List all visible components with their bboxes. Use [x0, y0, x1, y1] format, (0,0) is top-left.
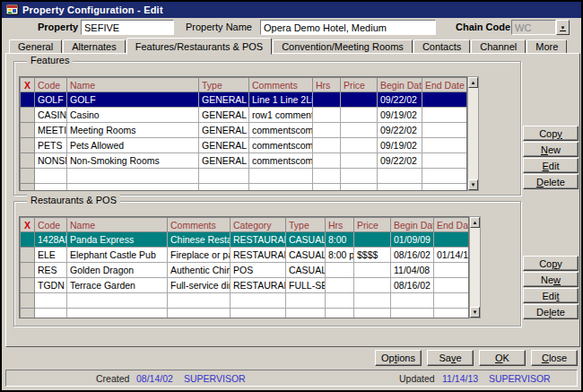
cell[interactable] — [391, 309, 434, 319]
cell[interactable]: Elephant Castle Pub — [67, 248, 168, 263]
options-button[interactable]: Options — [375, 350, 422, 366]
scroll-up-icon[interactable]: ▲ — [468, 77, 478, 88]
cell[interactable] — [326, 278, 354, 293]
cell[interactable] — [354, 232, 391, 248]
cell[interactable] — [168, 309, 231, 319]
tab-general[interactable]: General — [9, 39, 62, 54]
cell[interactable] — [313, 153, 341, 169]
cell[interactable] — [341, 138, 378, 153]
cell[interactable] — [422, 92, 467, 108]
cell[interactable]: Chinese Restau — [168, 232, 231, 248]
table-row[interactable]: GOLFGOLFGENERALLine 1 Line 2Line09/22/02 — [21, 92, 467, 108]
cell[interactable] — [35, 293, 67, 309]
cell[interactable] — [434, 232, 470, 248]
cell[interactable] — [341, 184, 378, 192]
cell[interactable]: CASUAL — [286, 232, 326, 248]
cell[interactable]: GENERAL — [199, 153, 249, 169]
ok-button[interactable]: OK — [479, 350, 526, 366]
row-indicator[interactable] — [21, 138, 35, 153]
cell[interactable] — [313, 169, 341, 184]
cell[interactable]: CASINO — [35, 108, 67, 123]
cell[interactable]: CASUAL — [286, 263, 326, 278]
cell[interactable] — [391, 293, 434, 309]
scroll-down-icon[interactable]: ▼ — [468, 179, 478, 190]
cell[interactable] — [422, 184, 467, 192]
table-row[interactable] — [21, 293, 470, 309]
close-button[interactable]: Close — [531, 350, 578, 366]
cell[interactable] — [422, 138, 467, 153]
cell[interactable]: 09/22/02 — [378, 153, 422, 169]
property-input[interactable] — [81, 20, 174, 35]
cell[interactable]: Non-Smoking Rooms — [67, 153, 199, 169]
cell[interactable]: MEETING — [35, 123, 67, 138]
cell[interactable] — [341, 108, 378, 123]
cell[interactable] — [354, 263, 391, 278]
table-row[interactable]: NONSMKNon-Smoking RoomsGENERALcommentsco… — [21, 153, 467, 169]
cell[interactable]: 11/04/08 — [391, 263, 434, 278]
table-row[interactable] — [21, 169, 467, 184]
property-name-input[interactable] — [260, 20, 436, 35]
cell[interactable]: Authentic Chines — [168, 263, 231, 278]
cell[interactable] — [326, 293, 354, 309]
cell[interactable]: FULL-SER — [286, 278, 326, 293]
cell[interactable]: RESTAURANT — [231, 248, 286, 263]
restaurants-scrollbar[interactable]: ▲ ▼ — [469, 216, 481, 318]
cell[interactable]: CASUAL D — [286, 248, 326, 263]
cell[interactable]: NONSMK — [35, 153, 67, 169]
cell[interactable] — [286, 293, 326, 309]
cell[interactable] — [341, 92, 378, 108]
cell[interactable]: GENERAL — [199, 92, 249, 108]
features-copy-button[interactable]: Copy — [523, 126, 579, 141]
tab-features-restaurants-pos[interactable]: Features/Restaurants & POS — [126, 38, 272, 55]
cell[interactable]: GENERAL — [199, 108, 249, 123]
row-indicator[interactable] — [21, 263, 35, 278]
cell[interactable] — [434, 309, 470, 319]
cell[interactable]: 08/16/02 — [391, 248, 434, 263]
tab-alternates[interactable]: Alternates — [63, 39, 126, 54]
row-indicator[interactable] — [21, 278, 35, 293]
cell[interactable]: PETS — [35, 138, 67, 153]
cell[interactable]: GENERAL — [199, 138, 249, 153]
cell[interactable] — [35, 309, 67, 319]
cell[interactable]: RESTAURANT — [231, 278, 286, 293]
cell[interactable] — [354, 278, 391, 293]
cell[interactable]: $$$$ — [354, 248, 391, 263]
restaurants-copy-button[interactable]: Copy — [523, 256, 579, 271]
cell[interactable]: 09/19/02 — [378, 108, 422, 123]
features-delete-button[interactable]: Delete — [523, 174, 579, 189]
table-row[interactable]: TGDNTerrace GardenFull-service dininREST… — [21, 278, 470, 293]
cell[interactable] — [422, 169, 467, 184]
cell[interactable]: commentscomme — [249, 153, 313, 169]
cell[interactable]: Fireplace or pat — [168, 248, 231, 263]
cell[interactable] — [67, 293, 168, 309]
cell[interactable] — [341, 153, 378, 169]
cell[interactable] — [168, 293, 231, 309]
row-indicator[interactable] — [21, 123, 35, 138]
table-row[interactable] — [21, 309, 470, 319]
row-indicator[interactable] — [21, 169, 35, 184]
cell[interactable] — [354, 293, 391, 309]
cell[interactable]: RESTAURANT — [231, 232, 286, 248]
cell[interactable]: 01/09/09 — [391, 232, 434, 248]
tab-more[interactable]: More — [526, 39, 567, 54]
row-indicator[interactable] — [21, 108, 35, 123]
cell[interactable]: POS — [231, 263, 286, 278]
features-edit-button[interactable]: Edit — [523, 158, 579, 173]
cell[interactable] — [341, 123, 378, 138]
cell[interactable] — [313, 92, 341, 108]
cell[interactable] — [67, 169, 199, 184]
cell[interactable]: GENERAL — [199, 123, 249, 138]
cell[interactable]: 09/19/02 — [378, 138, 422, 153]
scroll-down-icon[interactable]: ▼ — [470, 307, 480, 318]
table-row[interactable]: RESGolden DragonAuthentic ChinesPOSCASUA… — [21, 263, 470, 278]
cell[interactable] — [199, 184, 249, 192]
tab-channel[interactable]: Channel — [471, 39, 526, 54]
cell[interactable] — [249, 169, 313, 184]
cell[interactable] — [199, 169, 249, 184]
row-indicator[interactable] — [21, 293, 35, 309]
cell[interactable] — [67, 184, 199, 192]
cell[interactable] — [67, 309, 168, 319]
cell[interactable]: row1 comments o — [249, 108, 313, 123]
cell[interactable] — [313, 184, 341, 192]
cell[interactable]: Meeting Rooms — [67, 123, 199, 138]
